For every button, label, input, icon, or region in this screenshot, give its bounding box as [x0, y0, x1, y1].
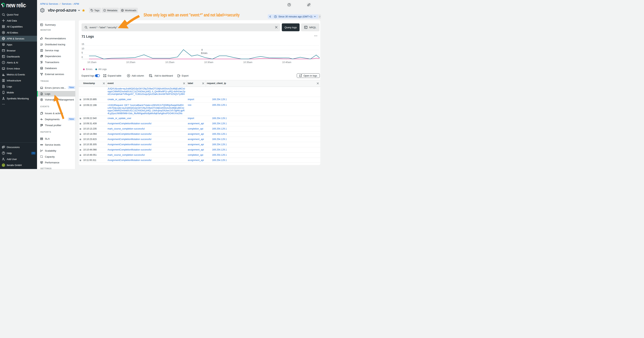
svg-text:10:30am: 10:30am	[204, 61, 213, 64]
svg-text:Errors: Errors	[201, 52, 207, 55]
svg-text:10:20am: 10:20am	[126, 61, 136, 64]
svg-text:15: 15	[82, 43, 84, 46]
svg-text:10:35am: 10:35am	[243, 61, 252, 64]
svg-text:10: 10	[82, 47, 84, 50]
svg-text:10:15am: 10:15am	[87, 61, 96, 64]
svg-text:0: 0	[82, 56, 83, 59]
svg-text:0: 0	[202, 49, 203, 51]
svg-text:5: 5	[82, 52, 83, 54]
svg-text:10:40am: 10:40am	[282, 61, 291, 64]
svg-text:10:25am: 10:25am	[165, 61, 174, 64]
